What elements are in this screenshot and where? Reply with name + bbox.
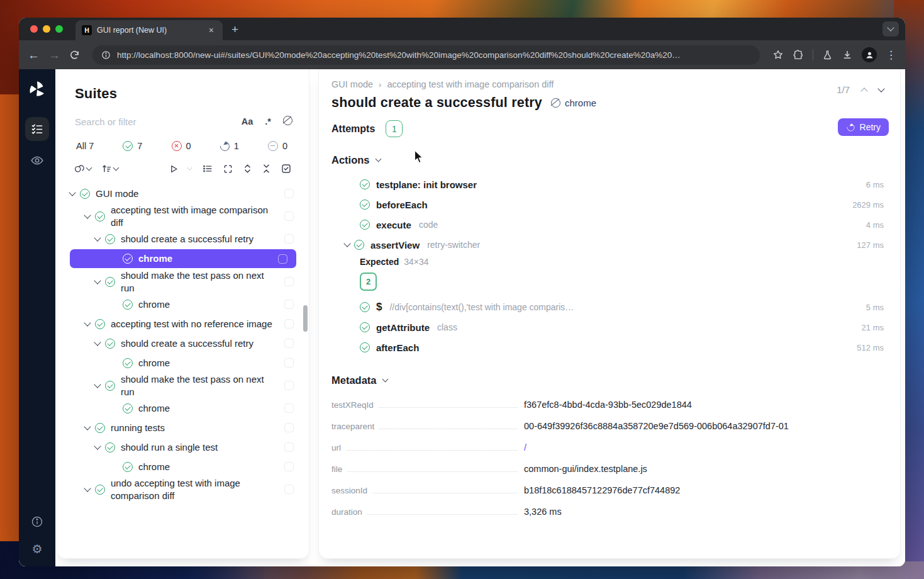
- tab-search-button[interactable]: [882, 21, 899, 37]
- chevron-down-icon[interactable]: [84, 423, 91, 430]
- close-window-button[interactable]: [30, 25, 38, 33]
- browser-tab[interactable]: H GUI report (New UI) ×: [75, 20, 223, 40]
- tree-item[interactable]: should make the test pass on next run: [57, 373, 309, 398]
- downloads-icon[interactable]: [842, 49, 853, 60]
- action-row[interactable]: $ //div[contains(text(),'test with image…: [331, 297, 885, 317]
- filter-retried[interactable]: 1: [220, 141, 239, 151]
- tree-item-checkbox[interactable]: [284, 339, 294, 348]
- action-row[interactable]: afterEach 512 ms: [331, 337, 885, 357]
- run-tests-button[interactable]: [169, 164, 179, 174]
- extensions-icon[interactable]: [793, 49, 804, 60]
- chevron-down-icon[interactable]: [84, 485, 91, 492]
- metadata-value-url-link[interactable]: /: [524, 442, 526, 453]
- tree-item[interactable]: should create a successful retry: [57, 229, 309, 249]
- sort-dropdown[interactable]: [102, 164, 118, 174]
- tree-item-checkbox[interactable]: [284, 462, 294, 471]
- address-bar[interactable]: http://localhost:8000/new-ui#/suites/GUI…: [92, 45, 760, 65]
- run-options-dropdown[interactable]: [187, 168, 192, 170]
- tree-item[interactable]: undo accepting test with image compariso…: [57, 476, 309, 502]
- tree-item-checkbox[interactable]: [284, 319, 294, 329]
- filter-passed[interactable]: 7: [123, 141, 142, 151]
- sidebar-item-visual-checks[interactable]: [30, 154, 44, 167]
- browser-menu-icon[interactable]: ⋮: [886, 50, 896, 60]
- info-button[interactable]: [31, 515, 43, 528]
- breadcrumb-child[interactable]: accepting test with image comparison dif…: [387, 79, 554, 89]
- tree-item-checkbox[interactable]: [284, 277, 294, 286]
- match-case-toggle[interactable]: Aa: [242, 116, 253, 126]
- url-text[interactable]: http://localhost:8000/new-ui#/suites/GUI…: [117, 50, 681, 60]
- tree-item[interactable]: should run a single test: [57, 437, 309, 457]
- minimize-window-button[interactable]: [43, 25, 50, 33]
- profile-avatar[interactable]: [862, 47, 877, 62]
- chevron-down-icon[interactable]: [84, 319, 91, 326]
- tree-item-checkbox[interactable]: [284, 403, 294, 413]
- tree-item-checkbox[interactable]: [284, 358, 294, 368]
- action-row[interactable]: beforeEach 2629 ms: [331, 194, 885, 215]
- tree-item[interactable]: chrome: [57, 398, 309, 418]
- zoom-window-button[interactable]: [55, 25, 63, 33]
- reload-button[interactable]: [69, 50, 80, 60]
- chevron-down-icon[interactable]: [877, 85, 884, 92]
- chevron-down-icon[interactable]: [343, 240, 350, 247]
- sidebar-item-suites[interactable]: [25, 117, 49, 141]
- chevron-down-icon[interactable]: [94, 442, 101, 449]
- chevron-down-icon[interactable]: [94, 339, 101, 346]
- settings-button[interactable]: ⚙: [31, 542, 42, 556]
- tree-item[interactable]: GUI mode: [57, 184, 309, 203]
- tree-item-checkbox[interactable]: [284, 423, 294, 432]
- site-info-icon[interactable]: [101, 50, 111, 60]
- tree-item-checkbox[interactable]: [284, 485, 294, 494]
- expand-all-button[interactable]: [243, 164, 252, 174]
- tree-item-checkbox[interactable]: [284, 442, 294, 452]
- chevron-down-icon[interactable]: [94, 381, 101, 388]
- chevron-down-icon[interactable]: [94, 234, 101, 241]
- new-tab-button[interactable]: +: [231, 23, 238, 37]
- select-all-checkbox[interactable]: [281, 164, 291, 174]
- action-row-assert-view[interactable]: assertView retry-switcher 127 ms: [331, 235, 885, 255]
- search-input[interactable]: [75, 116, 230, 127]
- tree-item[interactable]: accepting test with image comparison dif…: [57, 203, 309, 229]
- collapse-all-button[interactable]: [262, 164, 270, 174]
- bookmark-star-icon[interactable]: [772, 49, 784, 60]
- tree-item[interactable]: accepting test with no reference image: [57, 314, 309, 334]
- metadata-header[interactable]: Metadata: [331, 374, 885, 386]
- tree-item[interactable]: chrome: [57, 457, 309, 476]
- tree-item[interactable]: should make the test pass on next run: [57, 269, 309, 295]
- filter-failed[interactable]: 0: [172, 141, 191, 151]
- regex-toggle[interactable]: .*: [265, 116, 271, 126]
- retry-button[interactable]: Retry: [838, 118, 889, 136]
- tree-item-checkbox[interactable]: [278, 254, 287, 264]
- back-button[interactable]: ←: [28, 49, 40, 61]
- focus-mode-button[interactable]: [223, 164, 233, 174]
- attempt-badge[interactable]: 1: [386, 120, 403, 137]
- breadcrumb-parent[interactable]: GUI mode: [331, 79, 373, 89]
- chevron-down-icon[interactable]: [94, 277, 101, 284]
- chevron-down-icon[interactable]: [84, 211, 91, 218]
- tree-item-selected[interactable]: chrome: [70, 249, 296, 268]
- expected-screenshot-thumbnail[interactable]: 2: [360, 273, 377, 291]
- tree-item[interactable]: running tests: [57, 418, 309, 437]
- group-by-browser-dropdown[interactable]: [74, 164, 91, 174]
- tree-scrollbar[interactable]: [303, 305, 308, 332]
- tree-item[interactable]: chrome: [57, 353, 309, 373]
- action-row[interactable]: testplane: init browser 6 ms: [331, 174, 885, 194]
- tree-item[interactable]: chrome: [57, 295, 309, 314]
- tree-item-checkbox[interactable]: [284, 300, 294, 309]
- chevron-down-icon[interactable]: [69, 189, 75, 196]
- filter-all[interactable]: All 7: [76, 141, 94, 151]
- actions-header[interactable]: Actions: [331, 154, 885, 166]
- filter-skipped[interactable]: 0: [268, 141, 287, 151]
- action-row[interactable]: getAttribute class 21 ms: [331, 317, 885, 337]
- labs-flask-icon[interactable]: [822, 50, 833, 60]
- tree-item-checkbox[interactable]: [284, 189, 294, 198]
- tree-item[interactable]: should create a successful retry: [57, 334, 309, 353]
- tree-item-checkbox[interactable]: [284, 211, 294, 221]
- chevron-up-icon[interactable]: [860, 87, 867, 94]
- tree-item-checkbox[interactable]: [284, 381, 294, 390]
- filter-browser-toggle[interactable]: [283, 116, 292, 127]
- forward-button[interactable]: →: [48, 49, 60, 61]
- tab-close-icon[interactable]: ×: [206, 25, 216, 36]
- action-row[interactable]: execute code 4 ms: [331, 215, 885, 235]
- view-list-button[interactable]: [203, 164, 213, 173]
- tree-item-checkbox[interactable]: [284, 234, 294, 244]
